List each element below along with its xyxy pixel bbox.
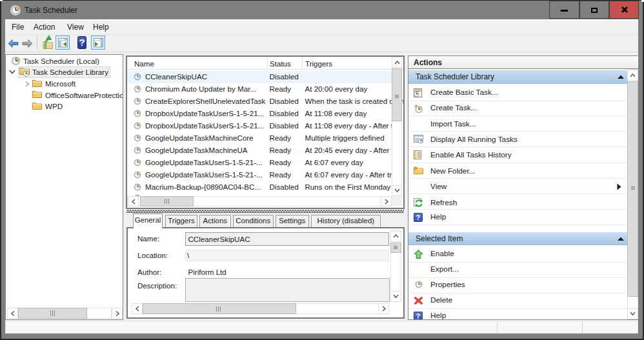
svg-text:?: ? [416, 214, 420, 221]
svg-text:?: ? [416, 312, 420, 319]
svg-text:?: ? [79, 37, 85, 48]
